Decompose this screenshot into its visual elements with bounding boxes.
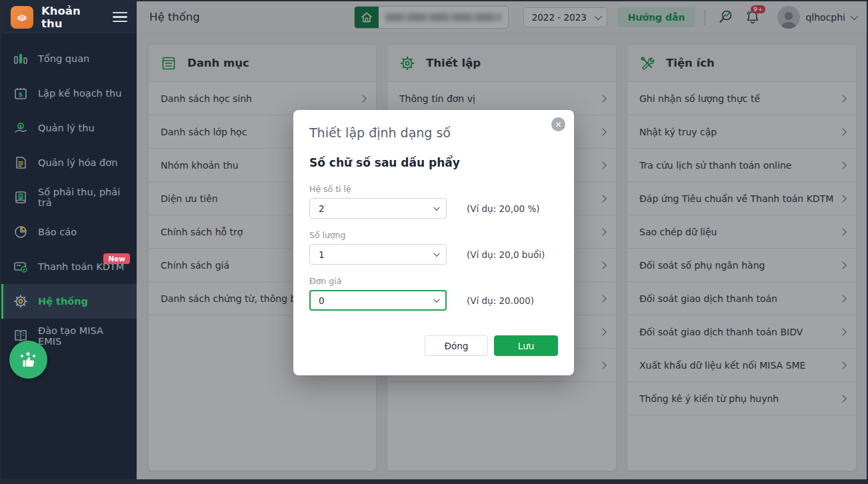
feedback-fab-button[interactable]	[9, 341, 47, 379]
field-example: (Ví dụ: 20,0 buổi)	[467, 249, 545, 260]
field-example: (Ví dụ: 20,00 %)	[467, 203, 540, 214]
modal-subtitle: Số chữ số sau dấu phẩy	[309, 156, 558, 169]
app-title: Khoản thu	[41, 5, 105, 30]
sidebar-item-quan-ly-thu[interactable]: $ Quản lý thu	[1, 111, 137, 145]
select-value: 1	[319, 249, 325, 260]
sidebar-item-label: Quản lý thu	[38, 123, 95, 133]
svg-text:$: $	[19, 91, 23, 98]
hamburger-menu-icon[interactable]	[113, 12, 127, 23]
close-button[interactable]: Đóng	[425, 335, 488, 356]
field-example: (Ví dụ: 20.000)	[467, 295, 534, 306]
sidebar-item-label: Đào tạo MISA EMIS	[38, 325, 129, 347]
ledger-icon: $	[13, 189, 29, 205]
sidebar-item-tong-quan[interactable]: Tổng quan	[1, 41, 137, 76]
modal-footer: Đóng Lưu	[309, 335, 558, 356]
select-value: 0	[319, 295, 325, 306]
sidebar-item-label: Tổng quan	[38, 53, 89, 64]
save-button[interactable]: Lưu	[494, 335, 558, 356]
gear-icon	[13, 293, 29, 309]
sidebar-item-label: Quản lý hóa đơn	[38, 157, 117, 168]
field-label: Số lượng	[309, 230, 558, 240]
sidebar: $ Khoản thu Tổng quan $ Lập kế hoạch thu…	[1, 1, 137, 479]
app-window: $ Khoản thu Tổng quan $ Lập kế hoạch thu…	[1, 1, 867, 479]
quantity-select[interactable]: 1	[309, 244, 447, 265]
chevron-down-icon	[433, 250, 440, 257]
hand-coin-icon: $	[13, 120, 29, 136]
new-badge: New	[103, 253, 130, 264]
chevron-down-icon	[433, 204, 440, 211]
sidebar-item-label: Lập kế hoạch thu	[38, 88, 122, 99]
number-format-modal: ✕ Thiết lập định dạng số Số chữ số sau d…	[293, 110, 574, 375]
svg-text:$: $	[19, 124, 23, 129]
card-check-icon	[13, 259, 29, 275]
close-icon[interactable]: ✕	[551, 117, 565, 131]
bar-chart-icon	[13, 51, 29, 67]
field-don-gia: Đơn giá 0 (Ví dụ: 20.000)	[309, 276, 558, 311]
field-label: Hệ số tỉ lệ	[309, 184, 558, 194]
sidebar-item-label: Báo cáo	[38, 227, 77, 237]
sidebar-item-label: Hệ thống	[38, 296, 88, 307]
sidebar-item-quan-ly-hoa-don[interactable]: Quản lý hóa đơn	[1, 145, 137, 180]
sidebar-nav: Tổng quan $ Lập kế hoạch thu $ Quản lý t…	[1, 33, 137, 353]
app-logo-icon: $	[11, 6, 33, 29]
sidebar-item-label: Số phải thu, phải trả	[38, 187, 129, 208]
select-value: 2	[319, 203, 325, 214]
svg-text:$: $	[21, 15, 23, 19]
sidebar-item-so-phai-thu-phai-tra[interactable]: $ Số phải thu, phải trả	[1, 180, 137, 215]
invoice-icon	[13, 155, 29, 171]
pie-chart-icon	[13, 224, 29, 240]
field-label: Đơn giá	[309, 276, 558, 286]
calendar-dollar-icon: $	[13, 85, 29, 101]
sidebar-item-he-thong[interactable]: Hệ thống	[1, 284, 137, 319]
scale-factor-select[interactable]: 2	[309, 198, 447, 219]
svg-text:$: $	[19, 194, 22, 199]
sidebar-item-thanh-toan-kdtm[interactable]: Thanh toán KDTM New	[1, 249, 137, 284]
sidebar-item-bao-cao[interactable]: Báo cáo	[1, 215, 137, 249]
sidebar-item-lap-ke-hoach-thu[interactable]: $ Lập kế hoạch thu	[1, 76, 137, 111]
chevron-down-icon	[433, 296, 440, 303]
unit-price-select[interactable]: 0	[309, 290, 447, 311]
modal-title: Thiết lập định dạng số	[309, 125, 558, 140]
sidebar-header: $ Khoản thu	[1, 1, 137, 33]
field-so-luong: Số lượng 1 (Ví dụ: 20,0 buổi)	[309, 230, 558, 265]
field-he-so-ti-le: Hệ số tỉ lệ 2 (Ví dụ: 20,00 %)	[309, 184, 558, 219]
